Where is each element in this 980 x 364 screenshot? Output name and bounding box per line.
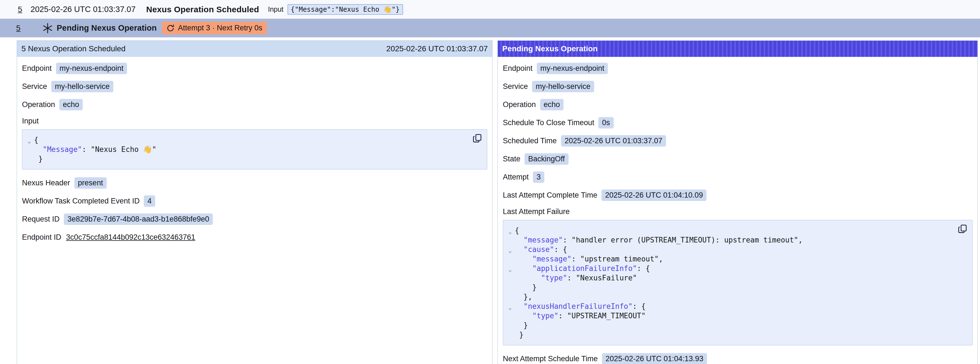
json-text: : { <box>633 302 646 311</box>
json-text: : "upstream timeout", <box>572 254 663 263</box>
json-text: : "NexusFailure" <box>567 273 637 283</box>
detail-field-row: Attempt 3 <box>503 171 972 183</box>
json-code-line: "Message" : "Nexus Echo 👋" <box>24 145 470 154</box>
json-code-line: ⌄ { <box>505 226 956 235</box>
field-value: my-hello-service <box>51 81 113 92</box>
json-code-line: } <box>24 154 470 164</box>
left-panel-timestamp: 2025-02-26 UTC 01:03:37.07 <box>387 44 488 53</box>
json-code-line: ⌄ "nexusHandlerFailureInfo" : { <box>505 302 956 311</box>
field-label: Operation <box>22 101 55 109</box>
json-key: "nexusHandlerFailureInfo" <box>523 302 632 311</box>
field-label: State <box>503 155 520 163</box>
json-text: } <box>519 330 524 340</box>
field-value: my-nexus-endpoint <box>537 63 608 74</box>
copy-icon[interactable] <box>958 224 968 234</box>
collapse-chevron-icon[interactable]: ⌄ <box>505 246 515 255</box>
input-json-viewer: ⌄ { "Message" : "Nexus Echo 👋" <box>22 129 487 169</box>
json-code-line: ⌄ { <box>24 135 470 145</box>
collapse-chevron-icon[interactable] <box>505 293 515 303</box>
field-value: 2025-02-26 UTC 01:04:10.09 <box>601 190 706 201</box>
json-text: : "Nexus Echo 👋" <box>82 145 156 154</box>
json-text: : "UPSTREAM_TIMEOUT" <box>558 311 646 321</box>
pending-operation-detail-panel: Pending Nexus Operation Endpoint my-nexu… <box>498 40 978 364</box>
detail-field-row: Service my-hello-service <box>22 81 487 92</box>
event-id-link[interactable]: 5 <box>18 5 22 14</box>
event-row-scheduled[interactable]: 5 2025-02-26 UTC 01:03:37.07 Nexus Opera… <box>0 0 980 19</box>
detail-field-row: Endpoint my-nexus-endpoint <box>22 62 487 74</box>
field-label: Attempt <box>503 173 529 182</box>
json-text: { <box>34 135 38 145</box>
json-code-line: "message" : "upstream timeout", <box>505 254 956 263</box>
field-label: Service <box>503 82 528 91</box>
json-code-line: } <box>505 330 956 340</box>
collapse-chevron-icon[interactable]: ⌄ <box>505 227 515 236</box>
field-label: Schedule To Close Timeout <box>503 118 594 127</box>
collapse-chevron-icon[interactable] <box>24 146 34 155</box>
field-value: my-hello-service <box>532 81 594 92</box>
detail-field-row: Schedule To Close Timeout 0s <box>503 117 972 128</box>
collapse-chevron-icon[interactable] <box>505 236 515 246</box>
json-text: : "handler error (UPSTREAM_TIMEOUT): ups… <box>563 235 803 245</box>
detail-field-row: Request ID 3e829b7e-7d67-4b08-aad3-b1e86… <box>22 213 487 225</box>
field-value: 2025-02-26 UTC 01:04:13.93 <box>602 353 707 364</box>
detail-field-row: Service my-hello-service <box>503 81 972 92</box>
collapse-chevron-icon[interactable] <box>505 312 515 322</box>
detail-field-row: Last Attempt Complete Time 2025-02-26 UT… <box>503 189 972 201</box>
event-row-pending[interactable]: 5 Pending Nexus Operation Attempt 3 · Ne… <box>0 19 980 37</box>
field-value: 2025-02-26 UTC 01:03:37.07 <box>561 135 666 147</box>
field-value: echo <box>540 99 564 110</box>
json-code-line: ⌄ "applicationFailureInfo" : { <box>505 263 956 273</box>
json-text: : { <box>637 263 650 273</box>
retry-icon <box>166 24 175 32</box>
scheduled-event-detail-panel: 5 Nexus Operation Scheduled 2025-02-26 U… <box>17 40 493 364</box>
field-value: echo <box>59 99 83 110</box>
collapse-chevron-icon[interactable]: ⌄ <box>505 265 515 274</box>
json-text: : { <box>554 245 567 254</box>
field-value[interactable]: 3c0c75ccfa8144b092c13ce632463761 <box>65 233 196 242</box>
right-panel-title: Pending Nexus Operation <box>502 44 598 53</box>
json-code-line: ⌄ "cause" : { <box>505 245 956 254</box>
collapse-chevron-icon[interactable] <box>505 331 515 341</box>
json-text: }, <box>523 292 532 302</box>
detail-field-row: Operation echo <box>503 99 972 110</box>
json-code-line: } <box>505 321 956 330</box>
event-timestamp: 2025-02-26 UTC 01:03:37.07 <box>31 5 136 14</box>
collapse-chevron-icon[interactable] <box>505 322 515 331</box>
event-id-link[interactable]: 5 <box>16 24 21 33</box>
field-label: Service <box>22 82 47 91</box>
json-text: } <box>532 283 537 292</box>
collapse-chevron-icon[interactable] <box>505 284 515 293</box>
json-text: { <box>515 226 519 235</box>
json-key: "type" <box>541 273 567 283</box>
detail-field-row: Nexus Header present <box>22 177 487 189</box>
field-label: Nexus Header <box>22 179 70 187</box>
field-label: Operation <box>503 101 536 109</box>
field-label: Endpoint <box>503 64 533 73</box>
collapse-chevron-icon[interactable]: ⌄ <box>505 303 515 312</box>
field-label: Next Attempt Schedule Time <box>503 354 598 363</box>
field-label: Request ID <box>22 215 60 224</box>
field-value: 4 <box>144 195 155 207</box>
collapse-chevron-icon[interactable] <box>505 255 515 265</box>
field-label: Scheduled Time <box>503 137 557 145</box>
field-label: Endpoint ID <box>22 233 61 242</box>
detail-field-row: Next Attempt Schedule Time 2025-02-26 UT… <box>503 353 972 364</box>
collapse-chevron-icon[interactable] <box>24 155 34 165</box>
left-panel-header: 5 Nexus Operation Scheduled 2025-02-26 U… <box>17 41 492 57</box>
retry-status-badge: Attempt 3 · Next Retry 0s <box>162 22 267 34</box>
copy-icon[interactable] <box>473 134 482 144</box>
failure-section-label: Last Attempt Failure <box>503 208 972 216</box>
json-text: } <box>523 321 528 330</box>
input-section-label: Input <box>22 117 487 125</box>
collapse-chevron-icon[interactable]: ⌄ <box>24 136 34 146</box>
json-code-line: }, <box>505 292 956 302</box>
json-code-line: "type" : "UPSTREAM_TIMEOUT" <box>505 311 956 321</box>
json-key: "message" <box>532 254 572 263</box>
field-label: Last Attempt Complete Time <box>503 191 597 200</box>
field-value: 3 <box>533 171 544 183</box>
detail-field-row: Workflow Task Completed Event ID 4 <box>22 195 487 207</box>
field-label: Workflow Task Completed Event ID <box>22 197 140 205</box>
pending-asterisk-icon <box>42 23 53 34</box>
json-code-line: "type" : "NexusFailure" <box>505 273 956 283</box>
collapse-chevron-icon[interactable] <box>505 274 515 284</box>
